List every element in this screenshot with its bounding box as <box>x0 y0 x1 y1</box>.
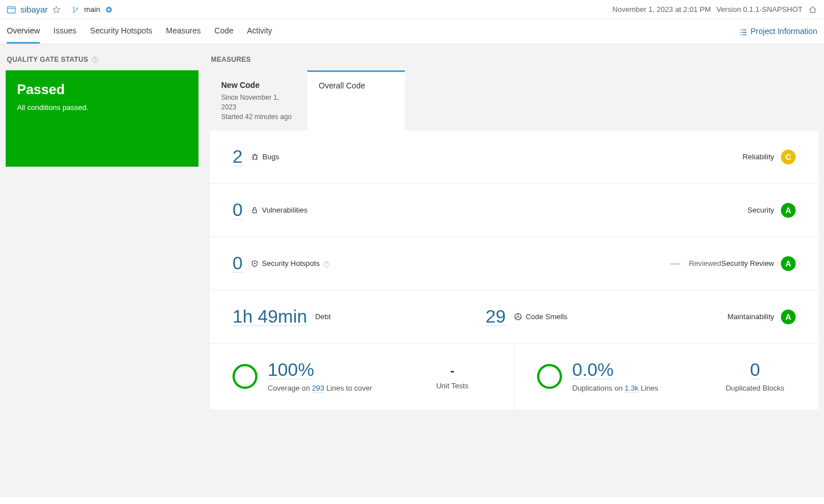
security-rating-badge[interactable]: A <box>781 203 796 218</box>
duplicated-blocks-value[interactable]: 0 <box>750 361 760 379</box>
hotspots-reviewed: — Reviewed <box>670 257 721 269</box>
vulns-label: Vulnerabilities <box>262 206 307 214</box>
svg-point-2 <box>73 7 75 9</box>
reliability-rating-group: Reliability C <box>742 150 796 164</box>
home-icon[interactable] <box>808 5 817 14</box>
add-branch-icon[interactable] <box>105 5 113 14</box>
unit-tests-label: Unit Tests <box>436 382 468 390</box>
reliability-label: Reliability <box>742 153 774 161</box>
nav-security-hotspots[interactable]: Security Hotspots <box>90 19 153 44</box>
duplications-prefix: Duplications on <box>572 384 625 392</box>
svg-point-9 <box>253 262 255 264</box>
svg-point-4 <box>77 8 78 10</box>
nav-activity[interactable]: Activity <box>247 19 272 44</box>
smells-count[interactable]: 29 <box>485 307 506 326</box>
smells-label-group: Code Smells <box>514 312 568 321</box>
bugs-label: Bugs <box>263 153 280 161</box>
coverage-suffix: Lines to cover <box>324 384 373 392</box>
coverage-subtitle: Coverage on 293 Lines to cover <box>268 384 372 392</box>
coverage-donut-icon <box>233 364 257 389</box>
reliability-rating-badge[interactable]: C <box>781 150 796 164</box>
coverage-lines[interactable]: 293 <box>312 384 324 393</box>
duplications-block: 0.0% Duplications on 1.3k Lines <box>572 361 658 392</box>
panel-hotspots: 0 Security Hotspots — <box>210 237 818 290</box>
overview-body: QUALITY GATE STATUS Passed All condition… <box>0 44 824 497</box>
shield-icon <box>251 260 259 268</box>
project-information-label: Project Information <box>751 27 818 36</box>
help-icon[interactable] <box>323 259 330 268</box>
debt-metric: 1h 49min Debt <box>233 307 474 326</box>
code-tabs: New Code Since November 1, 2023 Started … <box>210 70 818 130</box>
svg-rect-0 <box>7 7 15 13</box>
duplications-suffix: Lines <box>639 384 658 392</box>
hotspots-label: Security Hotspots <box>262 259 320 268</box>
quality-gate-title: QUALITY GATE STATUS <box>6 56 198 63</box>
measures-main: MEASURES New Code Since November 1, 2023… <box>204 44 824 497</box>
vulns-label-group: Vulnerabilities <box>251 206 307 214</box>
duplications-subtitle: Duplications on 1.3k Lines <box>572 384 658 392</box>
security-review-rating-badge[interactable]: A <box>781 256 796 271</box>
list-icon <box>740 27 747 36</box>
analysis-timestamp: November 1, 2023 at 2:01 PM <box>612 5 711 14</box>
favorite-star-icon[interactable] <box>52 5 61 14</box>
panel-maintainability: 1h 49min Debt 29 Code Smells <box>210 290 818 344</box>
svg-rect-8 <box>252 210 256 213</box>
reviewed-dash: — <box>670 257 681 269</box>
bugs-count[interactable]: 2 <box>233 147 243 166</box>
vulns-count[interactable]: 0 <box>233 201 243 219</box>
hotspots-count[interactable]: 0 <box>233 254 243 273</box>
svg-point-3 <box>73 11 75 13</box>
quality-gate-sidebar: QUALITY GATE STATUS Passed All condition… <box>0 44 204 497</box>
duplications-value[interactable]: 0.0% <box>572 361 614 379</box>
coverage-cell: 100% Coverage on 293 Lines to cover - Un… <box>210 344 514 409</box>
tab-overall-code[interactable]: Overall Code <box>307 70 405 130</box>
security-review-rating-group: Security Review A <box>721 256 796 271</box>
nav-code[interactable]: Code <box>214 19 233 44</box>
nav-measures[interactable]: Measures <box>166 19 201 44</box>
duplicated-blocks-label: Duplicated Blocks <box>726 384 784 392</box>
maintainability-rating-badge[interactable]: A <box>781 310 796 324</box>
debt-label: Debt <box>315 312 331 321</box>
svg-point-7 <box>253 155 256 160</box>
tab-new-code-started: Started 42 minutes ago <box>221 112 296 122</box>
coverage-value[interactable]: 100% <box>268 361 314 379</box>
reviewed-label: Reviewed <box>689 259 721 268</box>
smells-metric: 29 Code Smells <box>485 307 727 326</box>
coverage-block: 100% Coverage on 293 Lines to cover <box>268 361 372 392</box>
project-nav: Overview Issues Security Hotspots Measur… <box>0 19 824 44</box>
measures-title: MEASURES <box>210 56 818 63</box>
svg-point-12 <box>517 316 519 317</box>
branch-name[interactable]: main <box>84 5 100 14</box>
duplications-cell: 0.0% Duplications on 1.3k Lines 0 Duplic… <box>514 344 818 409</box>
tab-new-code[interactable]: New Code Since November 1, 2023 Started … <box>210 70 307 130</box>
quality-gate-title-text: QUALITY GATE STATUS <box>7 56 88 63</box>
duplications-lines[interactable]: 1.3k <box>625 384 639 393</box>
panel-bugs: 2 Bugs Reliability C <box>210 130 818 184</box>
help-icon[interactable] <box>91 56 99 63</box>
metric-panels: 2 Bugs Reliability C 0 <box>210 130 818 409</box>
project-information-link[interactable]: Project Information <box>740 27 818 36</box>
code-smell-icon <box>514 312 522 321</box>
duplications-donut-icon <box>537 364 562 389</box>
nav-tabs: Overview Issues Security Hotspots Measur… <box>7 19 272 44</box>
project-header-right: November 1, 2023 at 2:01 PM Version 0.1.… <box>612 5 817 14</box>
quality-gate-status: Passed <box>17 82 187 98</box>
tab-new-code-title: New Code <box>221 81 296 90</box>
coverage-prefix: Coverage on <box>268 384 312 392</box>
vulns-metric: 0 Vulnerabilities <box>233 201 747 219</box>
tab-new-code-since: Since November 1, 2023 <box>221 93 296 112</box>
branch-icon <box>72 5 79 14</box>
hotspots-metric: 0 Security Hotspots <box>233 254 670 273</box>
security-rating-group: Security A <box>747 203 796 218</box>
panel-coverage-duplications: 100% Coverage on 293 Lines to cover - Un… <box>210 344 818 409</box>
project-version: Version 0.1.1-SNAPSHOT <box>716 5 802 14</box>
nav-issues[interactable]: Issues <box>53 19 76 44</box>
nav-overview[interactable]: Overview <box>7 19 40 44</box>
maintainability-label: Maintainability <box>728 312 774 321</box>
hotspots-label-group: Security Hotspots <box>251 259 330 268</box>
bug-icon <box>251 153 259 161</box>
bugs-metric: 2 Bugs <box>233 147 742 166</box>
debt-value[interactable]: 1h 49min <box>233 307 307 326</box>
smells-label: Code Smells <box>526 312 568 321</box>
project-name[interactable]: sibayar <box>20 5 48 14</box>
